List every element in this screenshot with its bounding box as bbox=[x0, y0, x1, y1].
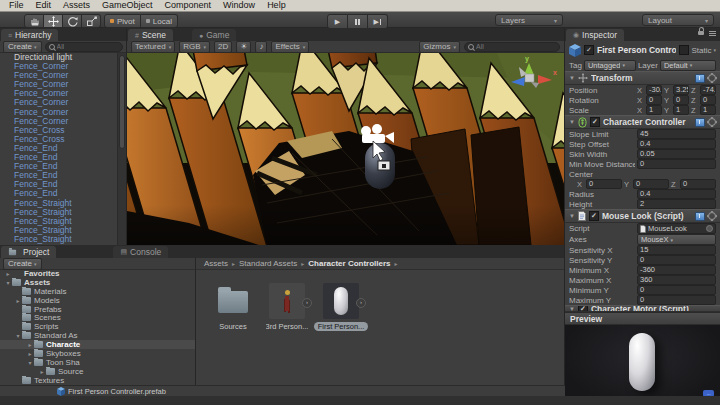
breadcrumb-item[interactable]: Assets bbox=[204, 259, 228, 268]
x-field[interactable]: 0 bbox=[586, 179, 622, 189]
x-field[interactable]: -30.76 bbox=[646, 85, 662, 95]
hierarchy-item[interactable]: Fence_Corner bbox=[0, 117, 118, 126]
scale-tool-button[interactable] bbox=[82, 14, 101, 28]
static-checkbox[interactable] bbox=[679, 45, 689, 55]
tab-project[interactable]: Project bbox=[1, 246, 56, 258]
hierarchy-item[interactable]: Fence_End bbox=[0, 144, 118, 153]
lighting-toggle-button[interactable]: ☀ bbox=[236, 41, 251, 53]
chevron-down-icon[interactable]: ▾ bbox=[713, 47, 716, 53]
tab-hierarchy[interactable]: ≡ Hierarchy bbox=[1, 29, 58, 41]
gear-icon[interactable] bbox=[708, 212, 716, 220]
hierarchy-item[interactable]: Fence_Straight bbox=[0, 226, 118, 235]
component-checkbox[interactable]: ✓ bbox=[590, 117, 600, 127]
tree-item[interactable]: Materials bbox=[0, 287, 195, 296]
hierarchy-item[interactable]: Fence_Corner bbox=[0, 89, 118, 98]
gizmos-dropdown[interactable]: Gizmos▾ bbox=[419, 41, 460, 53]
help-icon[interactable] bbox=[695, 74, 705, 83]
hierarchy-search-input[interactable]: All bbox=[45, 42, 123, 52]
hierarchy-item[interactable]: Fence_Corner bbox=[0, 98, 118, 107]
hierarchy-item[interactable]: Fence_Straight bbox=[0, 217, 118, 226]
asset-item[interactable]: › Sources bbox=[210, 283, 256, 385]
foldout-icon[interactable]: ▸ bbox=[38, 368, 46, 375]
menu-item[interactable]: GameObject bbox=[96, 0, 159, 11]
layers-dropdown[interactable]: Layers▾ bbox=[495, 14, 563, 26]
menu-item[interactable]: Component bbox=[159, 0, 218, 11]
help-icon[interactable] bbox=[695, 118, 705, 127]
z-field[interactable]: -74.31 bbox=[700, 85, 716, 95]
hierarchy-scrollbar[interactable] bbox=[117, 53, 126, 245]
menu-icon[interactable] bbox=[709, 31, 716, 32]
preview-header[interactable]: Preview bbox=[565, 312, 720, 325]
tree-item[interactable]: Textures bbox=[0, 376, 195, 385]
y-field[interactable]: 0 bbox=[633, 179, 669, 189]
move-tool-button[interactable] bbox=[44, 14, 63, 28]
hierarchy-item[interactable]: Fence_Cross bbox=[0, 135, 118, 144]
tab-console[interactable]: ▤ Console bbox=[113, 246, 168, 258]
value-field[interactable]: 360 bbox=[637, 275, 716, 285]
foldout-icon[interactable]: ▼ bbox=[569, 213, 575, 219]
x-field[interactable]: 1 bbox=[646, 105, 662, 115]
play-button[interactable]: ▶ bbox=[327, 14, 348, 29]
prefab-expand-icon[interactable]: › bbox=[302, 298, 312, 308]
y-field[interactable]: 3.2578 bbox=[673, 85, 689, 95]
hierarchy-item[interactable]: Fence_Corner bbox=[0, 62, 118, 71]
hierarchy-item[interactable]: Fence_Cross bbox=[0, 126, 118, 135]
hierarchy-item[interactable]: Fence_Straight bbox=[0, 208, 118, 217]
foldout-icon[interactable]: ▸ bbox=[14, 297, 22, 304]
value-field[interactable]: 0 bbox=[637, 255, 716, 265]
tab-inspector[interactable]: ◉ Inspector bbox=[566, 29, 624, 41]
tree-item[interactable]: Scenes bbox=[0, 313, 195, 322]
foldout-icon[interactable]: ▾ bbox=[4, 279, 12, 286]
foldout-icon[interactable]: ▾ bbox=[26, 359, 34, 366]
value-field[interactable]: 0.4 bbox=[637, 139, 716, 149]
tree-item[interactable]: ▸ Models bbox=[0, 296, 195, 305]
menu-item[interactable]: Help bbox=[261, 0, 292, 11]
pause-button[interactable] bbox=[348, 14, 368, 29]
tree-item[interactable]: ▸ Source bbox=[0, 367, 195, 376]
gear-icon[interactable] bbox=[708, 74, 716, 82]
shading-mode-dropdown[interactable]: Textured▾ bbox=[131, 41, 175, 53]
foldout-icon[interactable]: ▾ bbox=[14, 332, 22, 339]
value-field[interactable]: 0.4 bbox=[637, 189, 716, 199]
asset-item[interactable]: › 3rd Person... bbox=[264, 283, 310, 385]
tab-scene[interactable]: # Scene bbox=[128, 29, 173, 41]
object-picker-icon[interactable] bbox=[706, 225, 713, 232]
value-field[interactable]: 2 bbox=[637, 199, 716, 209]
value-field[interactable]: 0 bbox=[637, 295, 716, 305]
value-field[interactable]: 0 bbox=[637, 285, 716, 295]
foldout-icon[interactable]: ▸ bbox=[26, 341, 34, 348]
tree-item[interactable]: ▸ Characte bbox=[0, 340, 195, 349]
value-field[interactable]: 15 bbox=[637, 245, 716, 255]
z-field[interactable]: 0 bbox=[700, 95, 716, 105]
character-motor-header-clipped[interactable]: ▼ ✓ Character Motor (Script) bbox=[565, 305, 720, 312]
create-button[interactable]: Create▾ bbox=[3, 41, 42, 53]
hierarchy-item[interactable]: Fence_End bbox=[0, 171, 118, 180]
value-field[interactable]: 45 bbox=[637, 129, 716, 139]
create-button[interactable]: Create▾ bbox=[3, 258, 42, 270]
transform-header[interactable]: ▼ Transform bbox=[565, 71, 720, 85]
hierarchy-item[interactable]: Fence_End bbox=[0, 153, 118, 162]
foldout-icon[interactable]: ▼ bbox=[569, 119, 575, 125]
character-controller-header[interactable]: ▼ ✓ Character Controller bbox=[565, 115, 720, 129]
menu-item[interactable]: Edit bbox=[30, 0, 58, 11]
script-object-field[interactable]: MouseLook bbox=[637, 223, 716, 234]
mouse-look-header[interactable]: ▼ ✓ Mouse Look (Script) bbox=[565, 209, 720, 223]
audio-toggle-button[interactable]: ♪ bbox=[255, 41, 267, 53]
tree-item[interactable]: ▸ Skyboxes bbox=[0, 349, 195, 358]
tree-item[interactable]: ▾ Standard As bbox=[0, 331, 195, 340]
hierarchy-item[interactable]: Fence_End bbox=[0, 189, 118, 198]
tree-item[interactable]: ▾ Assets bbox=[0, 278, 195, 287]
z-field[interactable]: 0 bbox=[680, 179, 716, 189]
y-field[interactable]: 1 bbox=[673, 105, 689, 115]
hierarchy-item[interactable]: Fence_Corner bbox=[0, 71, 118, 80]
menu-item[interactable]: Assets bbox=[57, 0, 96, 11]
foldout-icon[interactable]: ▸ bbox=[4, 270, 12, 277]
foldout-icon[interactable]: ▼ bbox=[569, 75, 575, 81]
active-checkbox[interactable]: ✓ bbox=[584, 45, 594, 55]
hierarchy-item[interactable]: Fence_Corner bbox=[0, 108, 118, 117]
tree-item[interactable]: Prefabs bbox=[0, 305, 195, 314]
help-icon[interactable] bbox=[695, 212, 705, 221]
tree-item[interactable]: ▸ Favorites bbox=[0, 269, 195, 278]
hierarchy-item[interactable]: Directional light bbox=[0, 53, 118, 62]
component-checkbox[interactable]: ✓ bbox=[589, 211, 599, 221]
